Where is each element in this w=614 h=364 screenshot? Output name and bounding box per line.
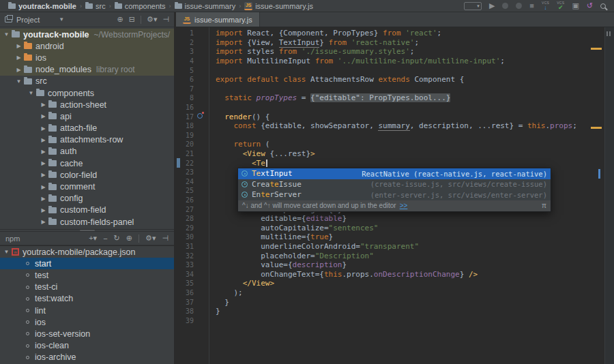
npm-script-ios-archive[interactable]: ios-archive xyxy=(0,352,174,363)
code-line-29[interactable]: 29 autoCapitalize="sentences" xyxy=(176,223,614,232)
tree-item-components[interactable]: ▼components xyxy=(0,87,174,99)
tree-item-action-sheet[interactable]: ▶action-sheet xyxy=(0,99,174,110)
stripe-mark-2[interactable] xyxy=(598,169,600,179)
completion-hint-more-link[interactable]: >> xyxy=(400,202,408,209)
npm-script-start[interactable]: start xyxy=(0,258,174,269)
breadcrumb-item-src[interactable]: src xyxy=(83,2,108,10)
npm-package-row[interactable]: ▼nyoutrack-mobile/package.json xyxy=(0,246,174,258)
tree-item-custom-field[interactable]: ▶custom-field xyxy=(0,204,174,216)
chevron-right-icon[interactable]: ▶ xyxy=(40,137,47,143)
chevron-down-icon[interactable]: ▼ xyxy=(15,78,23,85)
chevron-right-icon[interactable]: ▶ xyxy=(40,102,47,108)
code-line-35[interactable]: 35 </View> xyxy=(176,279,614,288)
chevron-right-icon[interactable]: ▶ xyxy=(40,172,47,178)
code-line-31[interactable]: 31 underlineColorAndroid="transparent" xyxy=(176,242,614,252)
hide-panel-icon[interactable]: ⊣ xyxy=(162,234,169,243)
refresh-icon[interactable]: ↻ xyxy=(114,234,120,243)
completion-item-EnterServer[interactable]: EnterServer(enter-server.js, src/views/e… xyxy=(238,189,551,200)
tree-item-attachments-row[interactable]: ▶attachments-row xyxy=(0,134,174,146)
settings-icon[interactable]: ⚙▾ xyxy=(145,234,156,243)
code-line-18[interactable]: 18 const {editable, showSeparator, summa… xyxy=(176,121,614,131)
chevron-right-icon[interactable]: ▶ xyxy=(40,207,47,213)
chevron-down-icon[interactable]: ▼ xyxy=(27,90,35,96)
vcs-update-icon[interactable]: VCS↓ xyxy=(542,1,549,11)
code-line-37[interactable]: 37 } xyxy=(176,297,614,307)
override-gutter-icon[interactable] xyxy=(194,113,206,120)
vertical-splitter[interactable] xyxy=(174,12,176,364)
chevron-right-icon[interactable]: ▶ xyxy=(15,43,23,49)
collapse-all-icon[interactable]: ⊟ xyxy=(129,15,135,24)
undo-icon[interactable]: ↺ xyxy=(587,2,593,10)
tree-item-src[interactable]: ▼src xyxy=(0,76,174,87)
code-line-36[interactable]: 36 ); xyxy=(176,288,614,298)
code-line-4[interactable]: 4import MultilineInput from '../multilin… xyxy=(176,57,614,66)
chevron-right-icon[interactable]: ▶ xyxy=(40,196,47,202)
vcs-commit-icon[interactable]: VCS✔ xyxy=(557,1,564,11)
scroll-to-source-icon[interactable]: ⊕ xyxy=(126,234,132,243)
npm-script-test[interactable]: test xyxy=(0,269,174,281)
code-line-8[interactable]: 8 static propTypes = {"editable": PropTy… xyxy=(176,93,614,103)
code-line-7[interactable]: 7 xyxy=(176,85,614,94)
chevron-right-icon[interactable]: ▶ xyxy=(40,219,47,225)
chevron-down-icon[interactable]: ▼ xyxy=(3,31,10,37)
code-line-21[interactable]: 21 <View {...rest}> xyxy=(176,149,614,159)
run-icon[interactable]: ▶ xyxy=(489,2,495,10)
code-line-19[interactable]: 19 xyxy=(176,131,614,140)
npm-script-ios-set-version[interactable]: ios-set-version xyxy=(0,328,174,339)
code-line-38[interactable]: 38} xyxy=(176,307,614,316)
tree-item-cache[interactable]: ▶cache xyxy=(0,157,174,169)
tree-item-attach-file[interactable]: ▶attach-file xyxy=(0,123,174,134)
chevron-down-icon[interactable]: ▼ xyxy=(59,16,64,22)
chevron-right-icon[interactable]: ▶ xyxy=(15,55,23,61)
chevron-right-icon[interactable]: ▶ xyxy=(40,125,47,132)
tab-issue-summary-js[interactable]: JS issue-summary.js xyxy=(176,12,260,27)
code-line-22[interactable]: 22 <Te xyxy=(176,158,614,168)
tree-item-ios[interactable]: ▶ios xyxy=(0,52,174,63)
chevron-right-icon[interactable]: ▶ xyxy=(40,113,47,119)
tree-item-auth[interactable]: ▶auth xyxy=(0,146,174,157)
stripe-mark-1[interactable] xyxy=(591,127,602,129)
tree-item-android[interactable]: ▶android xyxy=(0,40,174,52)
recent-changes-icon[interactable]: ▣ xyxy=(572,2,579,10)
chevron-right-icon[interactable]: ▶ xyxy=(15,67,23,73)
breadcrumb-item-issue-summary.js[interactable]: JSissue-summary.js xyxy=(242,2,316,10)
tree-item-comment[interactable]: ▶comment xyxy=(0,181,174,192)
breadcrumb-item-issue-summary[interactable]: issue-summary xyxy=(172,2,239,10)
npm-script-lint[interactable]: lint xyxy=(0,305,174,316)
tree-item-config[interactable]: ▶config xyxy=(0,193,174,204)
tree-item-api[interactable]: ▶api xyxy=(0,110,174,122)
coverage-icon[interactable] xyxy=(516,3,522,9)
code-line-28[interactable]: 28 editable={editable} xyxy=(176,214,614,224)
npm-script-ios-clean[interactable]: ios-clean xyxy=(0,340,174,352)
add-icon[interactable]: +▾ xyxy=(89,234,97,243)
tree-item-node_modules[interactable]: ▶node_moduleslibrary root xyxy=(0,64,174,76)
npm-script-test:watch[interactable]: test:watch xyxy=(0,293,174,305)
debug-icon[interactable] xyxy=(502,3,508,9)
chevron-right-icon[interactable]: ▶ xyxy=(40,184,47,190)
run-config-dropdown[interactable]: ▾ xyxy=(464,2,482,10)
code-line-30[interactable]: 30 multiline={true} xyxy=(176,232,614,242)
npm-script-test-ci[interactable]: test-ci xyxy=(0,282,174,293)
code-line-32[interactable]: 32 placeholder="Description" xyxy=(176,251,614,260)
hide-panel-icon[interactable]: ⊣ xyxy=(162,15,169,24)
code-line-1[interactable]: 1import React, {Component, PropTypes} fr… xyxy=(176,29,614,38)
completion-item-TextInput[interactable]: TextInputReactNative (react-native.js, r… xyxy=(238,168,551,179)
chevron-right-icon[interactable]: ▶ xyxy=(40,160,47,166)
code-line-3[interactable]: 3import styles from './issue-summary.sty… xyxy=(176,47,614,57)
tree-item-custom-fields-panel[interactable]: ▶custom-fields-panel xyxy=(0,216,174,228)
tree-item-color-field[interactable]: ▶color-field xyxy=(0,169,174,181)
chevron-right-icon[interactable]: ▶ xyxy=(40,149,47,155)
locate-icon[interactable]: ⊕ xyxy=(117,15,123,24)
breadcrumb-item-youtrack-mobile[interactable]: youtrack-mobile xyxy=(5,2,79,10)
code-line-39[interactable]: 39 xyxy=(176,316,614,325)
tree-item-youtrack-mobile[interactable]: ▼youtrack-mobile~/WebstormProjects/ xyxy=(0,29,174,40)
code-line-33[interactable]: 33 value={description} xyxy=(176,260,614,270)
code-line-6[interactable]: 6export default class AttachmentsRow ext… xyxy=(176,75,614,85)
code-line-16[interactable]: 16 xyxy=(176,103,614,112)
remove-icon[interactable]: − xyxy=(103,234,107,243)
npm-script-ios[interactable]: ios xyxy=(0,316,174,328)
code-line-34[interactable]: 34 onChangeText={this.props.onDescriptio… xyxy=(176,269,614,279)
stop-icon[interactable]: ■ xyxy=(529,2,534,10)
error-stripe-scrollbar[interactable] xyxy=(604,27,614,364)
code-line-20[interactable]: 20 return ( xyxy=(176,140,614,149)
